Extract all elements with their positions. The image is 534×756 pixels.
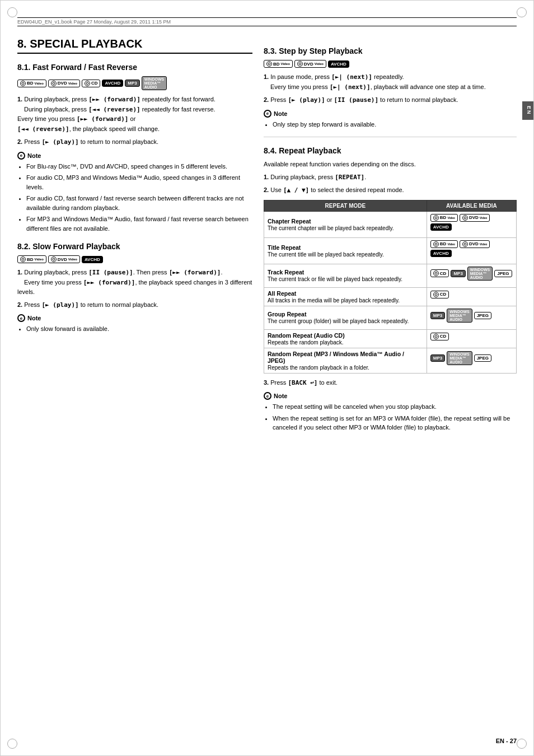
dvd-disc-icon-82 [51, 256, 57, 262]
step-83-1: 1. In pause mode, press [►| (next)] repe… [264, 72, 517, 92]
note-81-label: e Note [17, 152, 252, 160]
note-84-item-1: The repeat setting will be canceled when… [273, 402, 517, 412]
note-83-label: e Note [264, 110, 517, 118]
media-track-repeat: CD MP3 WINDOWSMEDIA™AUDIO JPEG [427, 264, 516, 287]
subsection-82-title: 8.2. Slow Forward Playback [17, 242, 252, 251]
mode-track-repeat: Track Repeat The current track or file w… [264, 264, 427, 287]
badge-bd-82: BDVideo [17, 255, 46, 263]
bd-disc-icon [20, 81, 26, 86]
dvd-disc-icon [51, 81, 57, 86]
mode-chapter-repeat: Chapter Repeat The current chapter will … [264, 211, 427, 237]
corner-tl [7, 7, 17, 17]
note-82-label: e Note [17, 314, 252, 322]
right-column: 8.3. Step by Step Playback BDVideo DVDVi… [264, 38, 517, 437]
step-82-2: 2. Press [► (play)] to return to normal … [17, 300, 252, 310]
step-84-1: 1. During playback, press [REPEAT]. [264, 172, 517, 183]
note-icon-83: e [264, 110, 271, 118]
mode-random-repeat-mp3: Random Repeat (MP3 / Windows Media™ Audi… [264, 348, 427, 373]
step-82-1: 1. During playback, press [II (pause)]. … [17, 268, 252, 297]
media-chapter-repeat: BDVideo DVDVideo AVCHD [427, 211, 516, 237]
section-divider [264, 137, 517, 137]
note-84-label: e Note [264, 392, 517, 400]
note-81-item-2: For audio CD, MP3 and Windows Media™ Aud… [26, 173, 252, 192]
badge-avchd-82: AVCHD [82, 256, 103, 263]
badge-mp3: MP3 [125, 80, 139, 87]
note-82: e Note Only slow forward is available. [17, 314, 252, 334]
section-84-intro: Available repeat function varies dependi… [264, 160, 517, 169]
media-group-repeat: MP3 WINDOWSMEDIA™AUDIO JPEG [427, 306, 516, 329]
step-81-2: 2. Press [► (play)] to return to normal … [17, 137, 252, 147]
note-81-list: For Blu-ray Disc™, DVD and AVCHD, speed … [26, 162, 252, 234]
header-info: EDW04UD_EN_v1.book Page 27 Monday, Augus… [17, 17, 517, 26]
note-icon-84: e [264, 392, 271, 400]
table-col2-header: AVAILABLE MEDIA [427, 200, 516, 211]
step-83-2: 2. Press [► (play)] or [II (pause)] to r… [264, 95, 517, 105]
section-81: 8.1. Fast Forward / Fast Reverse BDVideo… [17, 63, 252, 233]
mode-all-repeat: All Repeat All tracks in the media will … [264, 287, 427, 306]
badges-82: BDVideo DVDVideo AVCHD [17, 255, 252, 263]
note-icon-82: e [17, 314, 25, 322]
note-83-item-1: Only step by step forward is available. [273, 120, 517, 129]
badge-dvd: DVDVideo [48, 80, 80, 87]
language-tab: EN [522, 101, 533, 120]
bd-disc-icon-83 [266, 61, 272, 67]
step-84-2: 2. Use [▲ / ▼] to select the desired rep… [264, 185, 517, 195]
section-8-title: 8. SPECIAL PLAYBACK [17, 38, 252, 54]
badge-avchd-83: AVCHD [328, 60, 349, 68]
table-row: All Repeat All tracks in the media will … [264, 287, 517, 306]
subsection-81-title: 8.1. Fast Forward / Fast Reverse [17, 63, 252, 72]
media-random-repeat-cd: CD [427, 329, 516, 348]
note-84: e Note The repeat setting will be cancel… [264, 392, 517, 432]
cd-disc-icon [85, 81, 90, 86]
repeat-table: REPEAT MODE AVAILABLE MEDIA Chapter Repe… [264, 200, 517, 374]
badge-cd: CD [82, 80, 101, 87]
left-column: 8. SPECIAL PLAYBACK 8.1. Fast Forward / … [17, 38, 252, 437]
table-row: Group Repeat The current group (folder) … [264, 306, 517, 329]
table-row: Title Repeat The current title will be p… [264, 237, 517, 264]
section-82: 8.2. Slow Forward Playback BDVideo DVDVi… [17, 242, 252, 334]
page-number: EN - 27 [496, 738, 517, 744]
mode-group-repeat: Group Repeat The current group (folder) … [264, 306, 427, 329]
badges-81: BDVideo DVDVideo CD AVCHD MP3 WINDOWSMED… [17, 76, 252, 90]
note-81-item-1: For Blu-ray Disc™, DVD and AVCHD, speed … [26, 162, 252, 171]
badge-wmedia: WINDOWSMEDIA™AUDIO [142, 76, 167, 90]
badge-dvd-83: DVDVideo [294, 60, 326, 68]
badge-bd: BDVideo [17, 80, 46, 87]
subsection-83-title: 8.3. Step by Step Playback [264, 46, 517, 55]
section-83: 8.3. Step by Step Playback BDVideo DVDVi… [264, 46, 517, 129]
mode-random-repeat-cd: Random Repeat (Audio CD) Repeats the ran… [264, 329, 427, 348]
corner-tr [517, 7, 527, 17]
badge-bd-83: BDVideo [264, 60, 293, 68]
media-random-repeat-mp3: MP3 WINDOWSMEDIA™AUDIO JPEG [427, 348, 516, 373]
note-81-item-4: For MP3 and Windows Media™ Audio, fast f… [26, 214, 252, 233]
page: EN EDW04UD_EN_v1.book Page 27 Monday, Au… [0, 0, 534, 756]
note-82-list: Only slow forward is available. [26, 324, 252, 334]
step-81-1: 1. During playback, press [►► (forward)]… [17, 95, 252, 134]
table-row: Random Repeat (MP3 / Windows Media™ Audi… [264, 348, 517, 373]
step-84-3: 3. Press [BACK ↩] to exit. [264, 378, 517, 388]
content-columns: 8. SPECIAL PLAYBACK 8.1. Fast Forward / … [17, 38, 517, 437]
table-col1-header: REPEAT MODE [264, 200, 427, 211]
media-all-repeat: CD [427, 287, 516, 306]
note-84-list: The repeat setting will be canceled when… [273, 402, 517, 432]
bd-disc-icon-82 [20, 256, 26, 262]
table-row: Track Repeat The current track or file w… [264, 264, 517, 287]
note-82-item-1: Only slow forward is available. [26, 324, 252, 334]
note-icon: e [17, 152, 25, 160]
badge-dvd-82: DVDVideo [48, 255, 80, 263]
mode-title-repeat: Title Repeat The current title will be p… [264, 237, 427, 264]
note-81: e Note For Blu-ray Disc™, DVD and AVCHD,… [17, 152, 252, 234]
note-84-item-2: When the repeat setting is set for an MP… [273, 414, 517, 432]
badge-avchd: AVCHD [102, 80, 123, 87]
dvd-disc-icon-83 [297, 61, 303, 67]
table-row: Random Repeat (Audio CD) Repeats the ran… [264, 329, 517, 348]
badges-83: BDVideo DVDVideo AVCHD [264, 60, 517, 68]
corner-bl [7, 739, 17, 749]
note-83-list: Only step by step forward is available. [273, 120, 517, 129]
media-title-repeat: BDVideo DVDVideo AVCHD [427, 237, 516, 264]
corner-br [517, 739, 527, 749]
note-81-item-3: For audio CD, fast forward / fast revers… [26, 194, 252, 212]
table-row: Chapter Repeat The current chapter will … [264, 211, 517, 237]
subsection-84-title: 8.4. Repeat Playback [264, 146, 517, 155]
note-83: e Note Only step by step forward is avai… [264, 110, 517, 129]
